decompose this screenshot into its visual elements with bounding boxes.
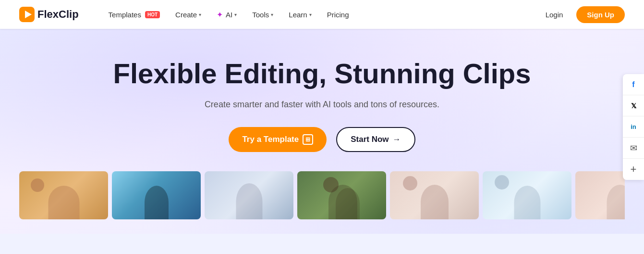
nav-item-pricing[interactable]: Pricing — [321, 8, 355, 22]
logo[interactable]: FlexClip — [19, 7, 79, 22]
hero-title: Flexible Editing, Stunning Clips — [19, 58, 625, 90]
nav-item-learn[interactable]: Learn ▾ — [283, 8, 317, 22]
nav-item-ai[interactable]: ✦ AI ▾ — [211, 7, 243, 22]
logo-text: FlexClip — [37, 8, 79, 21]
nav-item-tools[interactable]: Tools ▾ — [246, 8, 279, 22]
nav-item-create[interactable]: Create ▾ — [170, 8, 207, 22]
navbar: FlexClip Templates HOT Create ▾ ✦ AI ▾ T… — [0, 0, 644, 29]
social-sidebar: f 𝕏 in ✉ + — [623, 74, 644, 180]
chevron-down-icon: ▾ — [271, 12, 273, 17]
thumbnail-6 — [483, 171, 571, 219]
chevron-down-icon: ▾ — [234, 12, 237, 17]
hero-subtitle: Create smarter and faster with AI tools … — [19, 100, 625, 110]
thumbnail-2 — [112, 171, 201, 219]
thumbnail-3 — [205, 171, 293, 219]
plus-icon: + — [631, 163, 637, 176]
nav-links: Templates HOT Create ▾ ✦ AI ▾ Tools ▾ Le… — [103, 7, 538, 22]
hot-badge: HOT — [145, 11, 160, 18]
hero-section: Flexible Editing, Stunning Clips Create … — [0, 29, 644, 234]
login-button[interactable]: Login — [538, 8, 571, 22]
email-icon: ✉ — [630, 143, 637, 153]
share-more-button[interactable]: + — [623, 159, 644, 180]
email-button[interactable]: ✉ — [623, 138, 644, 159]
thumbnail-5 — [390, 171, 479, 219]
facebook-button[interactable]: f — [623, 74, 644, 95]
chevron-down-icon: ▾ — [199, 12, 201, 17]
nav-item-templates[interactable]: Templates HOT — [103, 8, 166, 22]
template-icon: ⊞ — [303, 134, 313, 145]
facebook-icon: f — [632, 80, 634, 89]
thumbnail-7 — [575, 171, 625, 219]
thumbnail-4 — [297, 171, 386, 219]
arrow-icon: → — [393, 135, 401, 144]
signup-button[interactable]: Sign Up — [576, 6, 625, 23]
star-icon: ✦ — [217, 10, 223, 19]
linkedin-button[interactable]: in — [623, 116, 644, 138]
chevron-down-icon: ▾ — [309, 12, 312, 17]
try-template-button[interactable]: Try a Template ⊞ — [229, 127, 327, 152]
hero-buttons: Try a Template ⊞ Start Now → — [19, 127, 625, 152]
video-thumbnails — [19, 171, 625, 219]
nav-right: Login Sign Up — [538, 6, 625, 23]
twitter-button[interactable]: 𝕏 — [623, 95, 644, 116]
thumbnail-1 — [19, 171, 108, 219]
start-now-button[interactable]: Start Now → — [336, 127, 415, 152]
linkedin-icon: in — [631, 123, 636, 130]
twitter-icon: 𝕏 — [631, 102, 636, 110]
